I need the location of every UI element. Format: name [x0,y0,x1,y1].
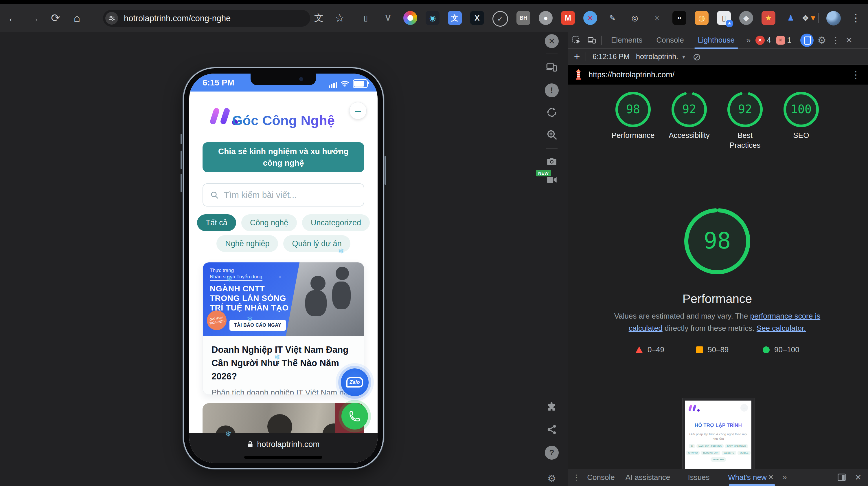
site-settings-icon[interactable] [105,12,118,25]
drawer-tab-issues[interactable]: Issues [688,469,709,485]
reset-rotate-icon[interactable] [545,106,559,119]
extension-icon-bird[interactable]: ✕ [583,11,597,25]
extension-icon-star-search[interactable]: ★ [762,11,775,25]
category-chip[interactable]: Nghề nghiệp [216,235,278,252]
extension-icon-camera[interactable]: ● [539,11,553,25]
status-time: 6:15 PM [203,78,235,87]
drawer-more-icon[interactable]: » [782,469,787,485]
devtools-settings-icon[interactable]: ⚙ [814,34,830,46]
warnings-icon[interactable]: ! [545,83,559,97]
call-button[interactable] [341,403,368,430]
drawer-menu-icon[interactable]: ⋮ [572,469,580,485]
share-icon[interactable] [545,423,559,436]
phone-volume-down [181,174,182,192]
gauge-score: 92 [727,103,763,116]
extension-icon-phone[interactable]: ▯ [359,11,373,25]
article-title[interactable]: Doanh Nghiệp IT Việt Nam Đang Cần Người … [212,343,355,383]
signal-icon [329,82,337,88]
browser-menu-icon[interactable]: ⋮ [849,11,863,25]
wifi-icon [341,80,349,88]
zoom-in-icon[interactable] [545,128,559,142]
legend-label: 0–49 [648,345,664,354]
translate-icon[interactable]: 文 [312,11,326,25]
extension-icon-m-red[interactable]: M [561,11,575,25]
inspect-icon[interactable] [568,32,585,49]
tab-elements[interactable]: Elements [604,32,649,49]
new-report-button[interactable]: + [568,51,586,63]
extension-icon-color-wheel[interactable] [403,11,417,25]
extension-icon-figure[interactable]: ♟ [784,11,798,25]
reload-button[interactable]: ⟳ [48,10,64,26]
drawer-tab-ai-assistance[interactable]: AI assistance [625,469,671,485]
dock-side-icon[interactable] [837,469,846,485]
divider [586,52,586,61]
gauge-ring: 92 [671,91,707,127]
tab-console[interactable]: Console [649,32,691,49]
category-chip[interactable]: Tất cả [197,214,236,231]
category-chip[interactable]: Uncategorized [302,214,370,231]
extension-icon-pen[interactable]: ✎ [606,11,619,25]
error-badge-icon[interactable]: ✕ [755,36,765,45]
report-select-caret-icon[interactable]: ▾ [682,53,685,60]
close-preview-icon[interactable]: ✕ [545,34,559,48]
gauge-seo: 100SEO [774,91,829,140]
companion-extension-icon[interactable]: ✦ [800,34,814,47]
extension-icon-translate[interactable]: 文 [448,11,462,25]
extension-icon-panda[interactable]: •• [673,11,686,25]
home-button[interactable]: ⌂ [69,10,85,26]
more-tabs-icon[interactable]: » [742,36,755,45]
extension-icon-check[interactable]: ✓ [492,11,508,27]
gauge-label: Accessibility [668,130,711,140]
extensions-icon[interactable] [545,400,559,414]
gauge-performance: 98Performance [606,91,660,140]
tab-lighthouse[interactable]: Lighthouse [691,32,742,49]
drawer-tab-whats-new[interactable]: What's new [728,469,767,485]
device-toolbar-icon[interactable] [585,32,599,49]
extension-icon-bug[interactable]: ✳ [650,11,664,25]
search-input[interactable]: Tìm kiếm bài viết... [203,183,364,206]
device-select-icon[interactable] [545,60,559,74]
drawer-tab-close-icon[interactable]: ✕ [768,469,774,485]
extension-icon-shield[interactable]: ◆ [739,11,753,25]
screenshot-icon[interactable] [545,154,559,168]
gauge-score: 98 [615,103,651,116]
devtools-tabs: ElementsConsoleLighthouse [604,32,742,49]
status-icons [329,79,368,88]
phone-url[interactable]: hotrolaptrinh.com [189,440,378,449]
settings-icon[interactable]: ⚙ [545,471,559,485]
extension-icon-react[interactable]: ◉ [426,11,439,25]
report-menu-icon[interactable]: ⋮ [851,69,861,80]
help-icon[interactable]: ? [545,446,559,460]
zalo-chat-button[interactable]: Zalo [341,368,369,396]
see-calculator-link[interactable]: See calculator. [756,324,806,333]
drawer-tab-console[interactable]: Console [587,469,615,485]
category-chip[interactable]: Công nghệ [241,214,297,231]
snowflake-decoration: ❄ [225,430,231,438]
drawer-close-icon[interactable]: ✕ [855,469,861,485]
extension-icon-orange[interactable]: ◍ [695,11,709,25]
thumb-chip: BLOCKCHAIN [701,451,720,455]
performance-section-title: Performance [568,292,866,306]
devtools-menu-icon[interactable]: ⋮ [830,35,841,46]
download-report-button[interactable]: TẢI BÁO CÁO NGAY [229,320,286,331]
extension-icon-v[interactable]: V [381,11,395,25]
extension-icon-x[interactable]: X [470,11,484,25]
gauge-best-practices: 92Best Practices [717,91,773,150]
extension-icon-phone-star[interactable]: ▯★ [717,11,731,25]
extension-icon-bh[interactable]: BH [517,11,530,25]
extension-icon-rings[interactable]: ◎ [628,11,642,25]
gauge-ring: 100 [783,91,819,127]
profile-avatar[interactable] [826,11,841,26]
address-bar[interactable]: hotrolaptrinh.com/cong-nghe [103,10,310,27]
clear-reports-icon[interactable]: ⊘ [693,51,701,62]
gauge-accessibility: 92Accessibility [662,91,717,140]
issues-badge-icon[interactable]: ✕ [776,36,785,45]
report-select[interactable]: 6:12:16 PM - hotrolaptrinh. [593,52,678,61]
back-button[interactable]: ← [5,10,21,26]
devtools-close-icon[interactable]: ✕ [841,35,857,45]
extensions-menu-icon[interactable]: ❖ [799,11,812,25]
forward-button[interactable]: → [26,10,42,26]
lighthouse-run-row: + 6:12:16 PM - hotrolaptrinh. ▾ ⊘ [568,49,868,65]
bookmark-star-icon[interactable]: ☆ [333,11,347,25]
devtools-drawer-bar: ⋮ ConsoleAI assistanceIssues What's new … [568,469,868,486]
